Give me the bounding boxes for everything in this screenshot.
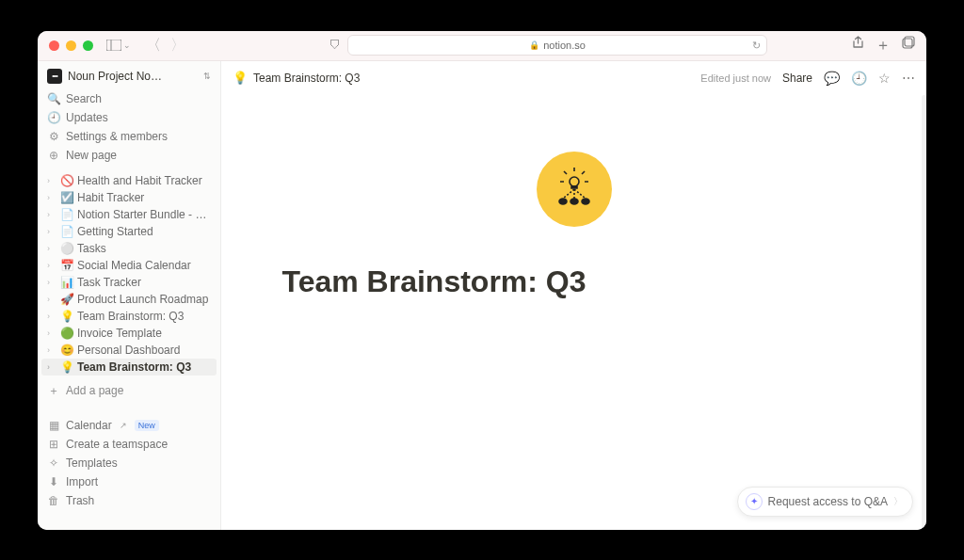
templates-link[interactable]: ✧ Templates xyxy=(38,454,220,472)
templates-icon: ✧ xyxy=(47,456,60,470)
chevron-right-icon[interactable]: › xyxy=(47,176,56,185)
tabs-overview-icon[interactable] xyxy=(902,36,915,56)
page-icon[interactable] xyxy=(537,152,612,227)
reload-icon[interactable]: ↻ xyxy=(752,40,761,52)
svg-rect-0 xyxy=(106,40,121,51)
share-icon[interactable] xyxy=(852,36,864,56)
page-emoji-icon: 📅 xyxy=(59,259,74,272)
page-row[interactable]: ›☑️Habit Tracker xyxy=(41,189,217,206)
star-icon[interactable]: ☆ xyxy=(878,71,891,86)
main-panel: 💡 Team Brainstorm: Q3 Edited just now Sh… xyxy=(221,61,926,530)
updates-link[interactable]: 🕘 Updates xyxy=(38,108,220,127)
page-label: Product Launch Roadmap xyxy=(77,293,211,306)
gear-icon: ⚙ xyxy=(47,130,60,143)
svg-line-7 xyxy=(582,171,585,174)
plus-icon: ＋ xyxy=(47,383,60,399)
url-text: notion.so xyxy=(543,40,586,51)
new-page-label: New page xyxy=(66,149,117,162)
page-row[interactable]: ›🟢Invoice Template xyxy=(41,325,217,342)
browser-window: ⌄ 〈 〉 ⛉ 🔒 notion.so ↻ ＋ ••• Noun Project xyxy=(38,31,926,530)
page-label: Habit Tracker xyxy=(77,191,211,204)
chevron-updown-icon: ⇅ xyxy=(203,72,211,81)
chevron-right-icon[interactable]: › xyxy=(47,345,56,355)
page-row[interactable]: ›📅Social Media Calendar xyxy=(41,257,217,274)
search-link[interactable]: 🔍 Search xyxy=(38,89,220,108)
create-teamspace-link[interactable]: ⊞ Create a teamspace xyxy=(38,435,220,454)
chevron-right-icon[interactable]: › xyxy=(47,362,56,372)
page-label: Team Brainstorm: Q3 xyxy=(77,360,211,374)
page-emoji-icon: 📄 xyxy=(59,208,74,221)
page-emoji-icon: 💡 xyxy=(59,310,74,323)
minimize-window-button[interactable] xyxy=(66,40,76,51)
teamspace-icon: ⊞ xyxy=(47,438,60,451)
page-label: Team Brainstorm: Q3 xyxy=(77,310,211,323)
sidebar: ••• Noun Project No… ⇅ 🔍 Search 🕘 Update… xyxy=(38,61,221,530)
chevron-right-icon[interactable]: › xyxy=(47,193,56,202)
page-emoji-icon: 🟢 xyxy=(59,327,74,340)
page-row[interactable]: ›💡Team Brainstorm: Q3 xyxy=(41,308,217,325)
settings-label: Settings & members xyxy=(66,130,168,143)
trash-link[interactable]: 🗑 Trash xyxy=(38,491,220,510)
more-icon[interactable]: ⋯ xyxy=(902,71,915,86)
workspace-icon: ••• xyxy=(47,69,62,84)
titlebar: ⌄ 〈 〉 ⛉ 🔒 notion.so ↻ ＋ xyxy=(38,31,926,61)
privacy-shield-icon[interactable]: ⛉ xyxy=(329,39,341,52)
chevron-right-icon[interactable]: › xyxy=(47,295,56,304)
breadcrumb-icon: 💡 xyxy=(233,71,248,85)
page-row[interactable]: ›📊Task Tracker xyxy=(41,274,217,291)
page-title[interactable]: Team Brainstorm: Q3 xyxy=(282,264,866,299)
history-icon[interactable]: 🕘 xyxy=(851,71,867,86)
sidebar-toggle-icon[interactable]: ⌄ xyxy=(106,40,131,51)
back-button[interactable]: 〈 xyxy=(144,36,163,56)
page-row[interactable]: ›📄Getting Started xyxy=(41,223,217,240)
chevron-right-icon[interactable]: › xyxy=(47,328,56,338)
qa-label: Request access to Q&A xyxy=(768,495,888,508)
page-row[interactable]: ›💡Team Brainstorm: Q3 xyxy=(41,359,217,376)
page-label: Health and Habit Tracker xyxy=(77,174,211,187)
share-button[interactable]: Share xyxy=(782,72,812,85)
calendar-label: Calendar xyxy=(66,419,112,432)
new-tab-icon[interactable]: ＋ xyxy=(876,36,891,56)
page-row[interactable]: ›🚀Product Launch Roadmap xyxy=(41,291,217,308)
page-emoji-icon: 😊 xyxy=(59,344,74,357)
chevron-right-icon[interactable]: › xyxy=(47,261,56,270)
trash-icon: 🗑 xyxy=(47,494,60,507)
url-bar[interactable]: ⛉ 🔒 notion.so ↻ xyxy=(347,35,767,56)
updates-label: Updates xyxy=(66,111,108,124)
titlebar-right: ＋ xyxy=(852,36,915,56)
svg-point-4 xyxy=(570,177,579,186)
svg-point-12 xyxy=(582,199,589,204)
add-page-link[interactable]: ＋ Add a page xyxy=(38,379,220,403)
settings-link[interactable]: ⚙ Settings & members xyxy=(38,127,220,146)
maximize-window-button[interactable] xyxy=(83,40,93,51)
chevron-right-icon[interactable]: › xyxy=(47,312,56,321)
teamspace-label: Create a teamspace xyxy=(66,438,168,451)
chevron-right-icon[interactable]: › xyxy=(47,210,56,219)
chevron-right-icon[interactable]: › xyxy=(47,244,56,253)
page-row[interactable]: ›🚫Health and Habit Tracker xyxy=(41,172,217,189)
page-topbar: 💡 Team Brainstorm: Q3 Edited just now Sh… xyxy=(221,61,926,95)
qa-request-button[interactable]: ✦ Request access to Q&A 〉 xyxy=(737,487,913,517)
breadcrumb[interactable]: 💡 Team Brainstorm: Q3 xyxy=(233,71,360,85)
new-page-link[interactable]: ⊕ New page xyxy=(38,146,220,165)
calendar-icon: ▦ xyxy=(47,419,60,432)
search-label: Search xyxy=(66,92,102,105)
import-link[interactable]: ⬇ Import xyxy=(38,472,220,491)
page-emoji-icon: 💡 xyxy=(59,360,74,374)
calendar-link[interactable]: ▦ Calendar ↗ New xyxy=(38,416,220,435)
workspace-switcher[interactable]: ••• Noun Project No… ⇅ xyxy=(38,61,220,89)
chevron-right-icon[interactable]: › xyxy=(47,227,56,236)
page-row[interactable]: ›⚪Tasks xyxy=(41,240,217,257)
page-label: Notion Starter Bundle - … xyxy=(77,208,211,221)
app-content: ••• Noun Project No… ⇅ 🔍 Search 🕘 Update… xyxy=(38,61,926,530)
page-row[interactable]: ›😊Personal Dashboard xyxy=(41,342,217,359)
comments-icon[interactable]: 💬 xyxy=(824,71,840,86)
clock-icon: 🕘 xyxy=(47,111,60,124)
scrollbar[interactable] xyxy=(922,95,926,530)
close-window-button[interactable] xyxy=(49,40,59,51)
forward-button[interactable]: 〉 xyxy=(169,36,187,56)
page-row[interactable]: ›📄Notion Starter Bundle - … xyxy=(41,206,217,223)
chevron-right-icon[interactable]: › xyxy=(47,278,56,287)
workspace-name: Noun Project No… xyxy=(68,70,201,83)
page-label: Tasks xyxy=(77,242,211,255)
